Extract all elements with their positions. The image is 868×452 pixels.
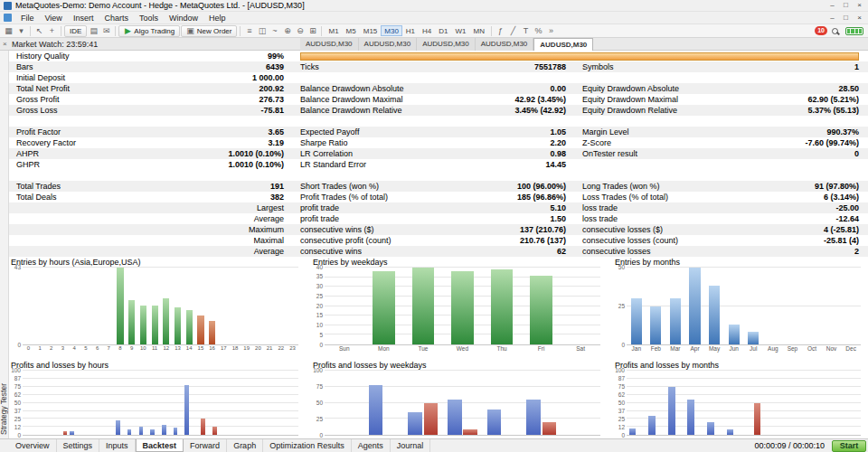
row-value: 1.0010 (0.10%) [228, 148, 284, 159]
ide-label: IDE [70, 27, 81, 35]
percent-tool-icon[interactable]: % [533, 25, 544, 37]
tester-tab-optimization-results[interactable]: Optimization Results [263, 439, 352, 452]
menu-item-file[interactable]: File [15, 14, 40, 23]
row-label: Balance Drawdown Maximal [300, 94, 403, 105]
x-tick-label: Sun [325, 345, 364, 353]
row-value: 6439 [266, 61, 284, 72]
row-value: 2 [854, 246, 859, 257]
tester-tab-backtest[interactable]: Backtest [136, 439, 184, 452]
bar-chart-mode-icon[interactable]: ≡ [243, 25, 255, 37]
algo-trading-button[interactable]: ▶ Algo Trading [118, 25, 180, 37]
table-row: Total Net Profit200.92Balance Drawdown A… [9, 83, 868, 94]
minimize-icon[interactable]: – [826, 1, 839, 11]
tester-tab-graph[interactable]: Graph [227, 439, 263, 452]
timeframe-m5[interactable]: M5 [343, 25, 360, 36]
x-tick-label: 23 [287, 345, 298, 353]
x-tick-label: 9 [126, 345, 137, 353]
x-tick-label: 4 [69, 345, 80, 353]
menu-item-insert[interactable]: Insert [68, 14, 99, 23]
zoom-out-icon[interactable]: ⊖ [294, 25, 306, 37]
tester-tab-forward[interactable]: Forward [184, 439, 227, 452]
tester-tab-settings[interactable]: Settings [57, 439, 100, 452]
chart-plot-area [627, 268, 861, 345]
x-tick-label: 12 [160, 345, 172, 353]
menu-item-help[interactable]: Help [203, 14, 231, 23]
tester-tab-agents[interactable]: Agents [352, 439, 391, 452]
text-tool-icon[interactable]: T [520, 25, 532, 37]
menu-item-tools[interactable]: Tools [134, 14, 164, 23]
chart-tab[interactable]: AUDUSD,M30 [533, 38, 593, 51]
tester-tab-journal[interactable]: Journal [391, 439, 431, 452]
zoom-in-icon[interactable]: ⊕ [281, 25, 293, 37]
timeframe-h4[interactable]: H4 [419, 25, 435, 36]
menu-item-charts[interactable]: Charts [99, 14, 134, 23]
x-tick-label: Feb [646, 345, 666, 353]
chart-y-axis: 0255075100 [311, 371, 325, 436]
strategy-tester-strip[interactable]: Strategy Tester [0, 51, 9, 438]
row-value: 1.50 [550, 213, 566, 224]
bar [629, 428, 637, 435]
y-tick-label: 100 [313, 368, 323, 374]
tile-windows-icon[interactable]: ⊞ [307, 25, 318, 37]
bar [373, 271, 394, 344]
x-tick-label: 5 [80, 345, 92, 353]
menu-item-window[interactable]: Window [164, 14, 203, 23]
timeframe-mn[interactable]: MN [470, 25, 488, 36]
gridline [627, 426, 861, 427]
row-label: Profit Trades (% of total) [300, 192, 388, 202]
child-close-icon[interactable]: × [853, 14, 866, 23]
more-tools-icon[interactable]: » [545, 25, 557, 37]
search-icon[interactable] [832, 28, 838, 34]
docs-icon[interactable]: ▤ [88, 25, 99, 37]
row-label: profit trade [300, 202, 339, 213]
timeframe-m15[interactable]: M15 [360, 25, 382, 36]
child-minimize-icon[interactable]: – [826, 14, 839, 23]
tester-tab-overview[interactable]: Overview [9, 439, 57, 452]
timeframe-d1[interactable]: D1 [435, 25, 451, 36]
timeframe-m30[interactable]: M30 [381, 25, 402, 36]
mail-icon[interactable]: ✉ [100, 25, 112, 37]
child-window-controls: – □ × [826, 14, 866, 23]
start-button[interactable]: Start [832, 440, 866, 452]
table-row: Maximumconsecutive wins ($)137 (210.76)c… [9, 224, 868, 235]
market-watch-close-icon[interactable]: × [3, 40, 7, 49]
bar [162, 425, 166, 435]
timeframe-m1[interactable]: M1 [325, 25, 342, 36]
bar [448, 400, 462, 435]
chart-tab[interactable]: AUDUSD,M30 [476, 38, 534, 51]
new-chart-dropdown-icon[interactable]: ▾ [15, 25, 27, 37]
gridline [627, 370, 861, 371]
timeframe-h1[interactable]: H1 [402, 25, 419, 36]
close-icon[interactable]: × [853, 1, 866, 11]
row-label: Balance Drawdown Relative [300, 105, 402, 116]
row-label: loss trade [582, 213, 618, 224]
notifications-badge[interactable]: 10 [815, 26, 827, 35]
gridline [23, 426, 298, 427]
tester-tab-inputs[interactable]: Inputs [99, 439, 136, 452]
bar [463, 429, 477, 435]
y-tick-label: 25 [618, 304, 625, 310]
new-chart-icon[interactable]: ▦ [3, 25, 14, 37]
child-restore-icon[interactable]: □ [839, 14, 853, 23]
maximize-icon[interactable]: □ [839, 1, 853, 11]
row-label: Total Deals [16, 192, 57, 202]
line-chart-mode-icon[interactable]: ~ [269, 25, 280, 37]
chart-x-axis: SunMonTueWedThuFriSat [325, 345, 600, 353]
new-order-button[interactable]: ▣ New Order [181, 25, 237, 37]
x-tick-label: 20 [252, 345, 264, 353]
ide-button[interactable]: IDE [64, 25, 87, 37]
chart-tab[interactable]: AUDUSD,M30 [417, 38, 476, 51]
candlestick-mode-icon[interactable]: ◫ [256, 25, 268, 37]
chart-tab[interactable]: AUDUSD,M30 [300, 38, 359, 51]
window-controls: – □ × [826, 1, 866, 11]
timeframe-w1[interactable]: W1 [452, 25, 470, 36]
crosshair-icon[interactable]: + [46, 25, 58, 37]
row-value: 91 (97.80%) [815, 181, 859, 192]
indicators-icon[interactable]: ƒ [495, 25, 506, 37]
chart-tab[interactable]: AUDUSD,M30 [359, 38, 418, 51]
cursor-icon[interactable]: ↖ [33, 25, 45, 37]
trendline-tool-icon[interactable]: ╱ [507, 25, 519, 37]
bar [140, 306, 146, 344]
menu-item-view[interactable]: View [40, 14, 68, 23]
bar [116, 420, 120, 435]
